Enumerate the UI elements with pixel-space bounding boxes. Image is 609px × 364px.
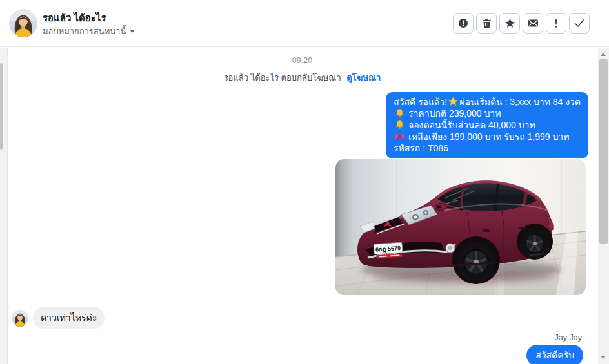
customer-avatar-small[interactable] bbox=[12, 310, 28, 327]
ad-line-4: เหลือเพียง 199,000 บาท รับรถ 1,999 บาท bbox=[394, 131, 581, 142]
chevron-down-icon bbox=[130, 30, 135, 33]
assign-conversation-dropdown[interactable]: มอบหมายการสนทนานี้ bbox=[43, 24, 135, 38]
scroll-down-arrow-icon[interactable] bbox=[601, 356, 606, 359]
conversation-header: รอแล้ว ได้อะไร มอบหมายการสนทนานี้ bbox=[0, 0, 609, 47]
report-circle-icon bbox=[458, 18, 468, 28]
flag-exclamation-button[interactable] bbox=[546, 13, 566, 34]
star-icon bbox=[504, 18, 515, 28]
system-event-text: รอแล้ว ได้อะไร ตอบกลับโฆษณา bbox=[224, 73, 341, 82]
chat-scrollbar-track[interactable] bbox=[598, 48, 609, 364]
message-timestamp: 09:20 bbox=[8, 56, 596, 65]
car-photo-attachment[interactable]: 6กฎ 5679 bbox=[335, 159, 586, 295]
ad-line-5: รหัสรถ : T086 bbox=[394, 142, 581, 154]
avatar-image bbox=[9, 9, 37, 37]
agent-sender-name: Jay Jay bbox=[555, 333, 582, 342]
header-action-bar bbox=[453, 13, 590, 34]
trash-icon bbox=[482, 18, 492, 28]
view-ad-link[interactable]: ดูโฆษณา bbox=[346, 73, 381, 82]
bell-icon bbox=[395, 120, 404, 129]
outgoing-message-bubble: สวัสดีครับ bbox=[526, 345, 583, 364]
avatar-image bbox=[12, 310, 28, 327]
star-button[interactable] bbox=[499, 13, 520, 34]
mark-unread-envelope-icon bbox=[528, 19, 539, 28]
mark-done-button[interactable] bbox=[569, 13, 590, 34]
ad-reply-system-event: รอแล้ว ได้อะไร ตอบกลับโฆษณา ดูโฆษณา bbox=[8, 71, 596, 84]
done-check-icon bbox=[574, 19, 584, 28]
mark-unread-button[interactable] bbox=[523, 13, 543, 34]
report-button[interactable] bbox=[453, 13, 474, 34]
left-panel-scrollbar-thumb[interactable] bbox=[0, 63, 3, 150]
assign-label: มอบหมายการสนทนานี้ bbox=[43, 24, 126, 38]
ad-line-2: ราคาปกติ 239,000 บาท bbox=[394, 108, 581, 119]
bell-icon bbox=[395, 108, 404, 118]
star-icon bbox=[448, 97, 458, 106]
customer-avatar[interactable] bbox=[9, 9, 37, 37]
left-panel-scrollbar-track[interactable] bbox=[0, 48, 8, 364]
ribbon-icon bbox=[395, 131, 404, 141]
scroll-up-arrow-icon[interactable] bbox=[601, 53, 606, 56]
incoming-message-row: ดาวเท่าไหร่ค่ะ bbox=[12, 307, 105, 329]
delete-button[interactable] bbox=[476, 13, 497, 34]
chat-scrollbar-thumb[interactable] bbox=[599, 59, 608, 244]
exclamation-icon bbox=[554, 18, 558, 28]
ad-line-1: สวัสดี รอแล้ว!ผ่อนเริ่มต้น : 3,xxx บาท 8… bbox=[394, 96, 581, 108]
outgoing-ad-reply-bubble: สวัสดี รอแล้ว!ผ่อนเริ่มต้น : 3,xxx บาท 8… bbox=[386, 92, 588, 158]
messenger-inbox-window: รอแล้ว ได้อะไร มอบหมายการสนทนานี้ bbox=[0, 0, 609, 364]
ad-line-3: จองตอนนี้รับส่วนลด 40,000 บาท bbox=[394, 119, 581, 131]
license-plate: 6กฎ 5679 bbox=[374, 242, 403, 259]
conversation-title: รอแล้ว ได้อะไร bbox=[43, 10, 106, 26]
incoming-message-bubble: ดาวเท่าไหร่ค่ะ bbox=[33, 307, 105, 329]
car-illustration: 6กฎ 5679 bbox=[335, 159, 586, 295]
